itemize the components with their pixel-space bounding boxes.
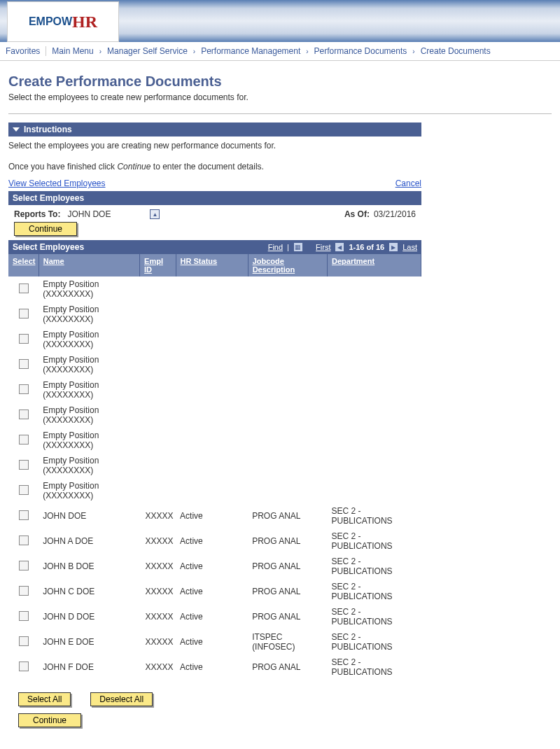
- cell-hr_status: Active: [176, 554, 248, 579]
- cell-jobcode: PROG ANAL: [248, 528, 327, 554]
- breadcrumb: Favorites Main Menu › Manager Self Servi…: [0, 42, 560, 61]
- col-select[interactable]: Select: [13, 257, 35, 265]
- logo[interactable]: EMPOWHR: [7, 1, 119, 42]
- row-checkbox[interactable]: [19, 536, 29, 545]
- col-name[interactable]: Name: [43, 257, 64, 265]
- row-checkbox[interactable]: [19, 359, 29, 369]
- row-checkbox[interactable]: [19, 662, 29, 671]
- row-checkbox[interactable]: [19, 485, 29, 495]
- breadcrumb-main-menu[interactable]: Main Menu: [49, 46, 96, 56]
- cell-jobcode: [248, 402, 327, 428]
- instructions-line1: Select the employees you are creating ne…: [8, 141, 552, 150]
- instructions-header[interactable]: Instructions: [8, 122, 421, 136]
- row-checkbox[interactable]: [19, 334, 29, 344]
- cell-empl_id: [140, 428, 176, 453]
- table-row: JOHN A DOEXXXXXActivePROG ANALSEC 2 - PU…: [8, 528, 421, 554]
- cell-jobcode: PROG ANAL: [248, 654, 327, 680]
- grid-find-link[interactable]: Find: [268, 243, 283, 251]
- cell-empl_id: XXXXX: [140, 554, 176, 579]
- select-all-button[interactable]: Select All: [18, 692, 71, 706]
- reports-to-label: Reports To:: [14, 209, 60, 219]
- cell-empl_id: [140, 352, 176, 377]
- breadcrumb-favorites[interactable]: Favorites: [3, 46, 43, 56]
- col-department[interactable]: Department: [332, 257, 374, 265]
- cell-jobcode: PROG ANAL: [248, 503, 327, 528]
- cell-name: Empty Position (XXXXXXXX): [38, 428, 139, 453]
- cell-hr_status: Active: [176, 604, 248, 629]
- cell-department: SEC 2 - PUBLICATIONS: [327, 528, 421, 554]
- cell-department: [327, 276, 421, 302]
- as-of-label: As Of:: [344, 209, 370, 219]
- grid-prev-icon[interactable]: ◀: [335, 242, 344, 252]
- chevron-right-icon: ›: [412, 48, 414, 55]
- row-checkbox[interactable]: [19, 284, 29, 293]
- cell-empl_id: XXXXX: [140, 528, 176, 554]
- view-selected-link[interactable]: View Selected Employees: [8, 178, 106, 188]
- row-checkbox[interactable]: [19, 510, 29, 520]
- cell-jobcode: PROG ANAL: [248, 554, 327, 579]
- cell-jobcode: [248, 428, 327, 453]
- cell-department: SEC 2 - PUBLICATIONS: [327, 629, 421, 654]
- cell-empl_id: [140, 453, 176, 478]
- table-row: JOHN E DOEXXXXXActiveITSPEC (INFOSEC)SEC…: [8, 629, 421, 654]
- link-row: View Selected Employees Cancel: [8, 178, 421, 188]
- continue-button-top[interactable]: Continue: [14, 222, 77, 236]
- grid-next-icon[interactable]: ▶: [388, 242, 398, 252]
- grid-first-link[interactable]: First: [316, 243, 330, 251]
- cell-department: [327, 377, 421, 402]
- cell-name: Empty Position (XXXXXXXX): [38, 377, 139, 402]
- cell-name: Empty Position (XXXXXXXX): [38, 402, 139, 428]
- row-checkbox[interactable]: [19, 309, 29, 318]
- page-title: Create Performance Documents: [8, 74, 552, 90]
- row-checkbox[interactable]: [19, 561, 29, 570]
- col-empl-id[interactable]: Empl ID: [144, 257, 163, 274]
- continue-button-bottom[interactable]: Continue: [18, 713, 81, 727]
- breadcrumb-item-2[interactable]: Performance Documents: [312, 46, 410, 56]
- grid-last-link[interactable]: Last: [402, 243, 417, 251]
- continue-row-top: Continue: [8, 220, 552, 240]
- col-hr-status[interactable]: HR Status: [181, 257, 218, 265]
- cell-hr_status: Active: [176, 528, 248, 554]
- cell-department: SEC 2 - PUBLICATIONS: [327, 503, 421, 528]
- cell-name: JOHN D DOE: [38, 604, 139, 629]
- row-checkbox[interactable]: [19, 384, 29, 394]
- breadcrumb-item-1[interactable]: Performance Management: [198, 46, 303, 56]
- cell-department: SEC 2 - PUBLICATIONS: [327, 654, 421, 680]
- grid-zoom-icon[interactable]: ▦: [293, 242, 303, 252]
- col-jobcode[interactable]: Jobcode Description: [253, 257, 295, 274]
- table-row: JOHN DOEXXXXXActivePROG ANALSEC 2 - PUBL…: [8, 503, 421, 528]
- cell-hr_status: Active: [176, 579, 248, 604]
- cell-hr_status: [176, 428, 248, 453]
- deselect-all-button[interactable]: Deselect All: [90, 692, 153, 706]
- row-checkbox[interactable]: [19, 435, 29, 444]
- cell-hr_status: Active: [176, 629, 248, 654]
- cell-hr_status: Active: [176, 654, 248, 680]
- cell-name: JOHN A DOE: [38, 528, 139, 554]
- cancel-link[interactable]: Cancel: [396, 178, 421, 188]
- breadcrumb-item-0[interactable]: Manager Self Service: [104, 46, 190, 56]
- cell-department: SEC 2 - PUBLICATIONS: [327, 554, 421, 579]
- cell-empl_id: XXXXX: [140, 629, 176, 654]
- instructions-line2a: Once you have finished click: [8, 162, 117, 172]
- cell-jobcode: [248, 327, 327, 352]
- cell-department: SEC 2 - PUBLICATIONS: [327, 579, 421, 604]
- row-checkbox[interactable]: [19, 611, 29, 621]
- cell-hr_status: [176, 402, 248, 428]
- row-checkbox[interactable]: [19, 410, 29, 419]
- row-checkbox[interactable]: [19, 586, 29, 596]
- table-header-row: Select Name Empl ID HR Status Jobcode De…: [8, 254, 421, 276]
- row-checkbox[interactable]: [19, 636, 29, 646]
- cell-jobcode: [248, 453, 327, 478]
- cell-jobcode: [248, 276, 327, 302]
- collapse-button[interactable]: ▲: [150, 209, 160, 219]
- table-row: Empty Position (XXXXXXXX): [8, 327, 421, 352]
- table-row: Empty Position (XXXXXXXX): [8, 453, 421, 478]
- cell-department: [327, 302, 421, 327]
- cell-hr_status: [176, 377, 248, 402]
- cell-jobcode: [248, 302, 327, 327]
- row-checkbox[interactable]: [19, 460, 29, 470]
- logo-text2: HR: [72, 13, 97, 31]
- breadcrumb-item-3[interactable]: Create Documents: [418, 46, 493, 56]
- cell-department: [327, 327, 421, 352]
- breadcrumb-divider: [46, 46, 46, 56]
